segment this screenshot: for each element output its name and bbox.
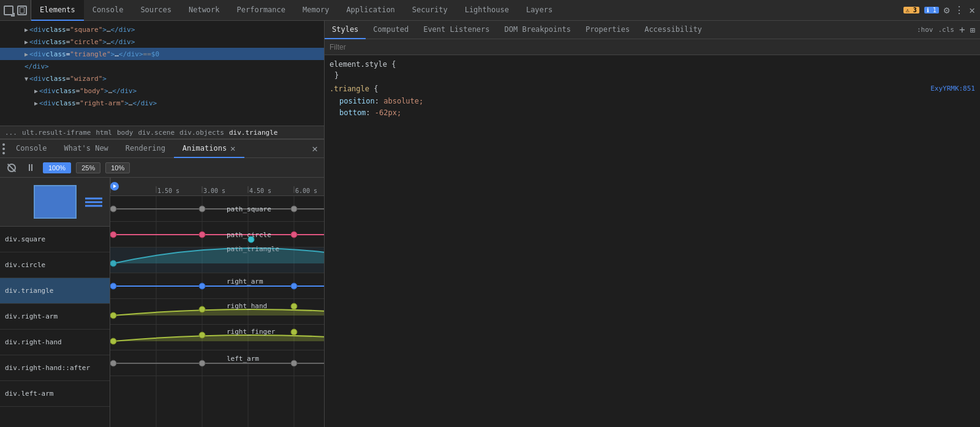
tab-network[interactable]: Network (180, 0, 228, 21)
tab-security[interactable]: Security (404, 0, 456, 21)
timeline-ruler: 0 1.50 s 3.00 s 4.50 s (110, 178, 324, 196)
breadcrumb-item[interactable]: div.triangle (229, 129, 277, 137)
styles-right-actions: :hov .cls + ⊞ (917, 24, 980, 36)
tab-lighthouse[interactable]: Lighthouse (456, 0, 518, 21)
breadcrumb-item[interactable]: div.objects (179, 129, 224, 137)
hov-button[interactable]: :hov (917, 26, 933, 34)
warning-badge: ⚠ 3 (903, 7, 919, 13)
style-source[interactable]: ExyYRMK:851 (930, 85, 975, 93)
svg-point-100 (110, 312, 116, 319)
styles-tab-bar: Styles Computed Event Listeners DOM Brea… (325, 21, 980, 39)
anim-row-right-hand[interactable]: div.right-hand (0, 330, 110, 355)
svg-point-65 (291, 206, 297, 212)
settings-icon[interactable]: ⚙ (944, 4, 950, 16)
tab-memory[interactable]: Memory (294, 0, 337, 21)
close-animations-tab[interactable]: ✕ (230, 144, 235, 153)
triangle-selector[interactable]: .triangle { ExyYRMK:851 (330, 85, 975, 93)
anim-row-left-arm[interactable]: div.left-arm (0, 381, 110, 407)
speed-10-button[interactable]: 10% (105, 162, 130, 173)
anim-row-circle[interactable]: div.circle (0, 252, 110, 278)
animations-main: div.square div.circle div.triangle div.r… (0, 178, 324, 427)
tree-line-selected[interactable]: ▶ <div class="triangle">…</div> == $0 (0, 48, 324, 60)
anim-row-right-hand-after[interactable]: div.right-hand::after (0, 355, 110, 381)
svg-text:6.00 s: 6.00 s (295, 187, 317, 193)
drawer-tab-rendering[interactable]: Rendering (117, 140, 174, 158)
styles-tab-event-listeners[interactable]: Event Listeners (416, 21, 497, 39)
bottom-drawer: Console What's New Rendering Animations … (0, 139, 324, 427)
tree-line[interactable]: </div> (0, 60, 324, 72)
style-prop-bottom[interactable]: bottom: -62px; (330, 107, 975, 119)
drawer-tab-console[interactable]: Console (7, 140, 56, 158)
svg-point-109 (110, 338, 116, 344)
animation-preview (0, 178, 110, 227)
tree-line[interactable]: ▼ <div class="wizard"> (0, 72, 324, 85)
pause-animations-button[interactable] (5, 162, 18, 173)
add-style-button[interactable]: + (959, 24, 965, 36)
more-options-icon[interactable]: ⋮ (954, 4, 964, 16)
tab-layers[interactable]: Layers (518, 0, 561, 21)
left-panel: ▶ <div class="square">…</div> ▶ <div cla… (0, 21, 325, 427)
svg-text:3.00 s: 3.00 s (203, 187, 225, 193)
top-tabs-right: ⚠ 3 ℹ 1 ⚙ ⋮ ✕ (903, 4, 980, 16)
tab-application[interactable]: Application (337, 0, 403, 21)
tab-elements[interactable]: Elements (31, 0, 84, 21)
drawer-menu-icon[interactable] (0, 141, 7, 157)
speed-25-button[interactable]: 25% (76, 162, 100, 173)
top-tab-bar: Elements Console Sources Network Perform… (0, 0, 980, 21)
style-prop-position[interactable]: position: absolute; (330, 96, 975, 107)
breadcrumb-item[interactable]: ult.result-iframe (22, 129, 91, 137)
close-drawer-icon[interactable]: ✕ (306, 143, 324, 154)
close-devtools-icon[interactable]: ✕ (969, 4, 975, 16)
svg-point-75 (291, 232, 297, 238)
breadcrumb-item[interactable]: ... (5, 129, 17, 137)
svg-text:4.50 s: 4.50 s (249, 187, 271, 193)
styles-tab-styles[interactable]: Styles (325, 21, 366, 39)
cls-button[interactable]: .cls (938, 26, 954, 34)
svg-point-101 (199, 306, 205, 312)
inspect-icon[interactable] (4, 6, 13, 15)
tree-line[interactable]: ▶ <div class="square">…</div> (0, 23, 324, 36)
anim-row-right-arm[interactable]: div.right-arm (0, 304, 110, 330)
svg-point-121 (291, 360, 297, 366)
preview-box (34, 185, 77, 219)
breadcrumb-item[interactable]: body (117, 129, 134, 137)
tree-line[interactable]: ▶ <div class="circle">…</div> (0, 36, 324, 48)
styles-tab-properties[interactable]: Properties (578, 21, 637, 39)
filter-bar (325, 39, 980, 55)
animations-toolbar: ⏸ 100% 25% 10% (0, 158, 324, 178)
tree-line[interactable]: ▶ <div class="right-arm">…</div> (0, 97, 324, 109)
svg-point-74 (199, 232, 205, 238)
svg-point-111 (291, 329, 297, 335)
device-toggle-icon[interactable] (17, 6, 27, 15)
tab-sources[interactable]: Sources (132, 0, 180, 21)
tab-performance[interactable]: Performance (228, 0, 294, 21)
drawer-tab-animations[interactable]: Animations ✕ (174, 140, 244, 158)
svg-point-110 (199, 332, 205, 338)
drawer-tab-whatsnew[interactable]: What's New (56, 140, 117, 158)
toggle-sidebar-icon[interactable]: ⊞ (970, 25, 975, 35)
main-layout: ▶ <div class="square">…</div> ▶ <div cla… (0, 21, 980, 427)
anim-row-square[interactable]: div.square (0, 227, 110, 252)
styles-tab-accessibility[interactable]: Accessibility (637, 21, 709, 39)
right-panel: Styles Computed Event Listeners DOM Brea… (325, 21, 980, 427)
preview-line (85, 205, 102, 206)
svg-point-93 (291, 283, 297, 289)
breadcrumb-item[interactable]: div.scene (138, 129, 175, 137)
speed-100-button[interactable]: 100% (43, 162, 71, 173)
animations-panel: ⏸ 100% 25% 10% (0, 158, 324, 427)
tree-line[interactable]: ▶ <div class="body">…</div> (0, 85, 324, 97)
styles-tab-computed[interactable]: Computed (366, 21, 416, 39)
breadcrumb-item[interactable]: html (96, 129, 112, 137)
playhead-icon[interactable] (110, 182, 119, 191)
svg-text:right_hand: right_hand (227, 302, 267, 310)
styles-content: element.style { } .triangle { ExyYRMK:85… (325, 55, 980, 427)
svg-text:path_triangle: path_triangle (227, 245, 279, 253)
svg-point-64 (199, 206, 205, 212)
styles-tab-dom-breakpoints[interactable]: DOM Breakpoints (497, 21, 578, 39)
tab-console[interactable]: Console (84, 0, 132, 21)
anim-row-triangle[interactable]: div.triangle (0, 278, 110, 304)
play-button[interactable]: ⏸ (23, 161, 38, 175)
devtools-icons (0, 0, 31, 20)
filter-input[interactable] (330, 43, 452, 51)
svg-point-120 (199, 360, 205, 366)
